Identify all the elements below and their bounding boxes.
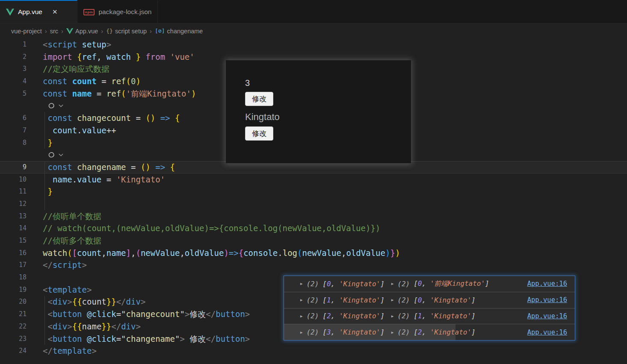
code-text: }	[27, 185, 53, 198]
code-text: const name = ref('前端Kingtato')	[27, 88, 196, 100]
line-number: 5	[0, 88, 27, 100]
braces-icon: {}	[106, 28, 113, 34]
code-text: </script>	[27, 259, 87, 271]
line-number: 11	[0, 185, 27, 198]
expand-triangle-icon[interactable]: ▶	[300, 314, 302, 318]
code-text: const changecount = () => {	[27, 112, 180, 124]
array-length-badge: (2)	[306, 296, 319, 304]
tab-label: App.vue	[18, 8, 42, 16]
code-line: 13//侦听单个数据	[0, 210, 627, 223]
code-text: //侦听单个数据	[27, 210, 101, 223]
indent-guide	[44, 112, 45, 149]
array-preview: [0, '前端Kingtato']	[414, 279, 489, 288]
line-number: 4	[0, 75, 27, 88]
tab-package-lock[interactable]: npm package-lock.json	[77, 0, 158, 23]
console-source-link[interactable]: App.vue:16	[527, 296, 567, 304]
code-line: 17</script>	[0, 259, 627, 271]
tab-label: package-lock.json	[98, 8, 151, 16]
code-line: 15//侦听多个数据	[0, 235, 627, 247]
console-log-row[interactable]: ▶(2)[0, 'Kingtato']▶(2)[0, '前端Kingtato']…	[284, 276, 575, 292]
breadcrumb-item-project[interactable]: vue-project	[11, 28, 42, 35]
code-text: <template>	[27, 284, 92, 296]
line-number: 14	[0, 222, 27, 235]
breadcrumb-item-file[interactable]: App.vue	[66, 28, 98, 35]
change-count-button[interactable]: 修改	[245, 92, 273, 106]
vue-reactivity-icon	[48, 103, 55, 109]
expand-triangle-icon[interactable]: ▶	[300, 330, 302, 335]
breadcrumb: vue-project › src › App.vue › {} script …	[0, 23, 627, 38]
symbol-variable-icon: [⊘]	[155, 28, 165, 34]
code-text: </template>	[27, 345, 97, 357]
expand-triangle-icon[interactable]: ▶	[300, 282, 302, 286]
array-preview: [1, 'Kingtato']	[414, 312, 476, 320]
code-text: <button @click="changename"> 修改</button>	[27, 333, 250, 345]
code-text: <div>{{name}}</div>	[27, 320, 141, 333]
array-length-badge: (2)	[397, 280, 410, 288]
code-text: watch([count,name],(newValue,oldValue)=>…	[27, 247, 400, 259]
chevron-down-icon	[58, 152, 64, 158]
code-text: <button @click="changecount">修改</button>	[27, 308, 250, 320]
close-icon[interactable]: ✕	[52, 8, 58, 16]
line-number: 18	[0, 271, 27, 284]
breadcrumb-item-script-setup[interactable]: {} script setup	[106, 28, 147, 35]
logged-array: ▶(2)[0, 'Kingtato']	[391, 296, 476, 304]
code-line: 14// watch(count,(newValue,oldValue)=>{c…	[0, 222, 627, 235]
line-number: 15	[0, 235, 27, 247]
logged-array: ▶(2)[2, 'Kingtato']	[300, 312, 384, 320]
vue-logo-icon	[66, 28, 73, 34]
console-log-row[interactable]: ▶(2)[1, 'Kingtato']▶(2)[0, 'Kingtato']Ap…	[284, 292, 575, 308]
code-text: // watch(count,(newValue,oldValue)=>{con…	[27, 222, 380, 235]
expand-triangle-icon[interactable]: ▶	[391, 314, 393, 318]
console-log-row[interactable]: ▶(2)[3, 'Kingtato']▶(2)[2, 'Kingtato']Ap…	[284, 324, 575, 340]
expand-triangle-icon[interactable]: ▶	[300, 298, 302, 302]
breadcrumb-item-symbol[interactable]: [⊘] changename	[155, 28, 203, 35]
npm-icon: npm	[83, 9, 95, 15]
code-text: //定义响应式数据	[27, 63, 109, 75]
code-text: }	[27, 137, 53, 149]
indent-guide	[44, 161, 45, 210]
code-line: 24</template>	[0, 345, 627, 357]
line-number: 23	[0, 333, 27, 345]
indent-guide	[44, 296, 45, 345]
line-number: 24	[0, 345, 27, 357]
chevron-right-icon: ›	[98, 27, 106, 35]
line-number: 13	[0, 210, 27, 223]
line-number: 20	[0, 296, 27, 308]
array-preview: [2, 'Kingtato']	[414, 328, 476, 336]
expand-triangle-icon[interactable]: ▶	[391, 330, 393, 335]
line-number: 19	[0, 284, 27, 296]
logged-array: ▶(2)[3, 'Kingtato']	[300, 328, 384, 336]
console-source-link[interactable]: App.vue:16	[527, 329, 567, 336]
console-source-link[interactable]: App.vue:16	[527, 280, 567, 288]
code-text: <script setup>	[27, 38, 111, 51]
line-number: 10	[0, 173, 27, 186]
array-preview: [0, 'Kingtato']	[414, 296, 476, 304]
chevron-right-icon: ›	[42, 27, 50, 35]
vue-reactivity-icon	[48, 152, 55, 158]
array-preview: [2, 'Kingtato']	[322, 312, 384, 320]
line-number: 16	[0, 247, 27, 259]
tab-app-vue[interactable]: App.vue ✕	[0, 0, 77, 23]
line-number: 1	[0, 38, 27, 51]
change-name-button[interactable]: 修改	[245, 126, 273, 141]
code-line: 1<script setup>	[0, 38, 627, 51]
code-text: //侦听多个数据	[27, 235, 101, 247]
array-length-badge: (2)	[306, 328, 319, 336]
array-preview: [1, 'Kingtato']	[322, 296, 384, 304]
logged-array: ▶(2)[0, '前端Kingtato']	[391, 279, 489, 288]
expand-triangle-icon[interactable]: ▶	[391, 298, 393, 302]
code-line: 11 }	[0, 185, 627, 198]
line-number: 3	[0, 63, 27, 75]
logged-array: ▶(2)[1, 'Kingtato']	[391, 312, 476, 320]
array-length-badge: (2)	[397, 328, 410, 336]
breadcrumb-item-src[interactable]: src	[50, 28, 58, 35]
tab-bar: App.vue ✕ npm package-lock.json	[0, 0, 627, 23]
expand-triangle-icon[interactable]: ▶	[391, 282, 393, 286]
array-preview: [0, 'Kingtato']	[322, 280, 384, 288]
array-length-badge: (2)	[397, 312, 410, 320]
console-source-link[interactable]: App.vue:16	[527, 312, 567, 320]
line-number: 8	[0, 137, 27, 149]
code-line: 16watch([count,name],(newValue,oldValue)…	[0, 247, 627, 259]
code-line: 10 name.value = 'Kingtato'	[0, 173, 627, 186]
console-log-row[interactable]: ▶(2)[2, 'Kingtato']▶(2)[1, 'Kingtato']Ap…	[284, 308, 575, 325]
